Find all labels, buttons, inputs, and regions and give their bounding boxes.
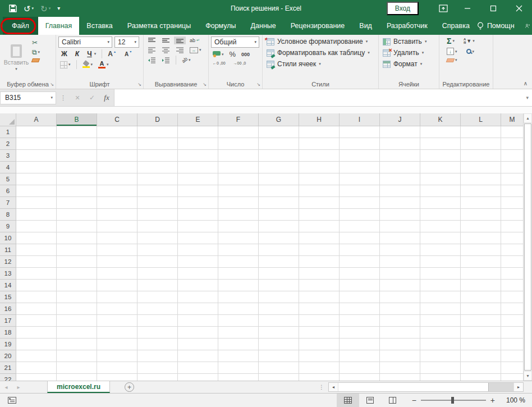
italic-button[interactable]: К: [72, 49, 82, 58]
grid-cell[interactable]: [380, 315, 420, 327]
column-header[interactable]: H: [299, 113, 340, 126]
copy-button[interactable]: ⧉▾: [30, 48, 42, 56]
column-header[interactable]: M: [501, 113, 523, 126]
grid-cell[interactable]: [137, 221, 178, 232]
grid-cell[interactable]: [340, 362, 380, 374]
grid-cell[interactable]: [461, 339, 501, 350]
macro-record-icon[interactable]: [8, 397, 16, 404]
grid-cell[interactable]: [218, 126, 259, 138]
grid-cell[interactable]: [178, 197, 218, 209]
grid-cell[interactable]: [218, 256, 259, 268]
column-header[interactable]: F: [218, 113, 259, 126]
grid-cell[interactable]: [380, 126, 420, 138]
grid-cell[interactable]: [178, 162, 218, 173]
grid-cell[interactable]: [340, 209, 380, 221]
grid-cell[interactable]: [16, 327, 57, 339]
grid-cell[interactable]: [259, 232, 299, 244]
grid-cell[interactable]: [97, 150, 137, 162]
grid-cell[interactable]: [57, 256, 97, 268]
grid-cell[interactable]: [299, 185, 340, 197]
grid-cell[interactable]: [501, 374, 523, 381]
grid-cell[interactable]: [137, 362, 178, 374]
grid-cell[interactable]: [137, 303, 178, 315]
grid-cell[interactable]: [259, 280, 299, 291]
decrease-font-size-button[interactable]: А▾: [123, 51, 136, 58]
grid-cell[interactable]: [461, 244, 501, 256]
grid-cell[interactable]: [97, 362, 137, 374]
grid-cell[interactable]: [420, 162, 461, 173]
grid-cell[interactable]: [380, 291, 420, 303]
grid-cell[interactable]: [461, 327, 501, 339]
grid-cell[interactable]: [259, 350, 299, 362]
grid-cell[interactable]: [299, 138, 340, 150]
grid-cell[interactable]: [340, 350, 380, 362]
grid-cell[interactable]: [137, 150, 178, 162]
grid-cell[interactable]: [16, 244, 57, 256]
font-dialog-launcher[interactable]: ↘: [137, 83, 141, 87]
grid-cell[interactable]: [16, 232, 57, 244]
grid-cell[interactable]: [420, 209, 461, 221]
grid-cell[interactable]: [137, 291, 178, 303]
grid-cell[interactable]: [137, 256, 178, 268]
customize-qat-button[interactable]: ▾: [55, 4, 62, 12]
accounting-format-button[interactable]: ▾: [211, 51, 226, 58]
grid-cell[interactable]: [380, 173, 420, 185]
grid-cell[interactable]: [16, 362, 57, 374]
grid-cell[interactable]: [16, 185, 57, 197]
increase-font-size-button[interactable]: А▴: [106, 49, 121, 58]
insert-cells-button[interactable]: Вставить ▾: [381, 36, 437, 47]
grid-cell[interactable]: [259, 150, 299, 162]
grid-cell[interactable]: [16, 126, 57, 138]
grid-cell[interactable]: [137, 280, 178, 291]
grid-cell[interactable]: [97, 244, 137, 256]
delete-cells-button[interactable]: Удалить ▾: [381, 48, 437, 58]
vertical-scrollbar[interactable]: ▴ ▾: [523, 113, 532, 381]
grid-cell[interactable]: [97, 350, 137, 362]
grid-cell[interactable]: [97, 232, 137, 244]
row-header[interactable]: 10: [0, 232, 16, 244]
grid-cell[interactable]: [420, 339, 461, 350]
grid-cell[interactable]: [340, 162, 380, 173]
sign-in-button[interactable]: Вход: [387, 2, 419, 15]
grid-cell[interactable]: [340, 374, 380, 381]
column-header[interactable]: C: [97, 113, 137, 126]
grid-cell[interactable]: [340, 303, 380, 315]
minimize-button[interactable]: [455, 0, 480, 17]
grid-cell[interactable]: [137, 185, 178, 197]
undo-dropdown-icon[interactable]: ▾: [32, 6, 34, 11]
tab-scrollbar-splitter[interactable]: ⋮: [319, 381, 324, 393]
grid-cell[interactable]: [259, 126, 299, 138]
grid-cell[interactable]: [218, 362, 259, 374]
grid-cell[interactable]: [57, 162, 97, 173]
grid-cell[interactable]: [218, 197, 259, 209]
grid-cell[interactable]: [299, 126, 340, 138]
number-format-combo[interactable]: Общий ▾: [211, 36, 259, 48]
grid-cell[interactable]: [299, 244, 340, 256]
grid-cell[interactable]: [340, 327, 380, 339]
alignment-dialog-launcher[interactable]: ↘: [203, 83, 207, 87]
grid-cell[interactable]: [259, 339, 299, 350]
font-family-combo[interactable]: Calibri ▾: [58, 36, 112, 48]
grid-cell[interactable]: [178, 362, 218, 374]
grid-cell[interactable]: [16, 173, 57, 185]
grid-cell[interactable]: [97, 339, 137, 350]
grid-cell[interactable]: [57, 209, 97, 221]
grid-cell[interactable]: [218, 374, 259, 381]
grid-cell[interactable]: [340, 138, 380, 150]
percent-style-button[interactable]: %: [228, 49, 238, 59]
grid-cell[interactable]: [259, 327, 299, 339]
grid-cell[interactable]: [57, 150, 97, 162]
grid-cell[interactable]: [16, 162, 57, 173]
grid-cell[interactable]: [461, 280, 501, 291]
row-header[interactable]: 14: [0, 280, 16, 291]
underline-button[interactable]: Ч▾: [84, 49, 98, 58]
grid-cell[interactable]: [16, 150, 57, 162]
grid-cell[interactable]: [340, 197, 380, 209]
grid-cell[interactable]: [420, 256, 461, 268]
grid-cell[interactable]: [380, 138, 420, 150]
align-left-button[interactable]: [146, 46, 158, 54]
grid-cell[interactable]: [137, 315, 178, 327]
grid-cell[interactable]: [299, 291, 340, 303]
grid-cell[interactable]: [501, 362, 523, 374]
grid-cell[interactable]: [380, 339, 420, 350]
